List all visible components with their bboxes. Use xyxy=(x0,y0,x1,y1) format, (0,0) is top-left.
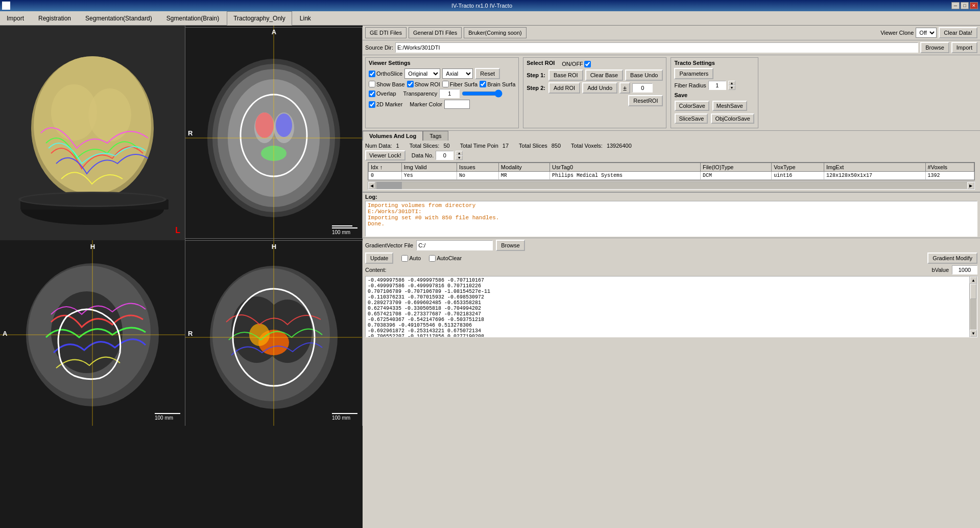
overlap-label[interactable]: Overlap xyxy=(369,90,396,97)
tab-link[interactable]: Link xyxy=(293,11,318,25)
data-no-up[interactable]: ▲ xyxy=(456,151,463,155)
gradient-modify-button[interactable]: Gradient Modify xyxy=(927,252,977,264)
col-modality[interactable]: Modality xyxy=(498,163,549,172)
roi-on-off-checkbox[interactable] xyxy=(584,61,591,67)
show-base-checkbox[interactable] xyxy=(369,81,375,87)
fiber-surface-checkbox[interactable] xyxy=(442,81,449,87)
ortho-slice-checkbox-label[interactable]: OrthoSlice xyxy=(369,71,402,77)
clear-base-button[interactable]: Clear Base xyxy=(585,70,623,81)
scroll-left-arrow[interactable]: ◀ xyxy=(368,182,375,189)
viewer-clone-select[interactable]: Off On xyxy=(916,28,937,38)
ge-dti-button[interactable]: GE DTI Files xyxy=(365,27,407,38)
bvalue-input[interactable] xyxy=(952,265,977,274)
show-roi-label[interactable]: Show ROI xyxy=(407,81,440,87)
col-issues[interactable]: Issues xyxy=(457,163,499,172)
total-slices2-label: Total Slices xyxy=(519,143,547,149)
close-button[interactable]: ✕ xyxy=(970,2,978,9)
brain-surface-checkbox[interactable] xyxy=(480,81,486,87)
mesh-save-button[interactable]: MeshSave xyxy=(712,101,747,111)
fiber-surface-label[interactable]: Fiber Surfa xyxy=(442,81,477,87)
auto-checkbox[interactable] xyxy=(401,255,408,262)
col-file-type[interactable]: File(IO)Type xyxy=(700,163,771,172)
col-usrtag0[interactable]: UsrTag0 xyxy=(550,163,701,172)
tab-segmentation-standard[interactable]: Segmentation(Standard) xyxy=(79,11,159,25)
tab-tags[interactable]: Tags xyxy=(423,131,448,141)
fiber-radius-input[interactable] xyxy=(708,81,726,90)
tab-registration[interactable]: Registration xyxy=(32,11,78,25)
col-idx[interactable]: Idx ↑ xyxy=(369,163,402,172)
plus-minus-button[interactable]: ± xyxy=(619,82,630,94)
table-h-scrollbar[interactable]: ◀ ▶ xyxy=(368,181,975,190)
scroll-track[interactable] xyxy=(375,182,967,189)
show-base-label[interactable]: Show Base xyxy=(369,81,405,87)
total-voxels-label: Total Voxels: xyxy=(571,143,603,149)
v-scrollbar[interactable]: ▲ ▼ xyxy=(969,276,977,337)
mode-select[interactable]: Original Enhanced Color xyxy=(404,68,440,79)
general-dti-button[interactable]: General DTI Files xyxy=(409,27,462,38)
data-table-scroll[interactable]: Idx ↑ Img Valid Issues Modality UsrTag0 … xyxy=(368,162,975,180)
roi-on-off-label[interactable]: ON/OFF xyxy=(562,61,591,67)
overlap-checkbox[interactable] xyxy=(369,90,375,97)
tab-segmentation-brain[interactable]: Sgmentation(Brain) xyxy=(160,11,226,25)
fiber-radius-up[interactable]: ▲ xyxy=(728,81,735,85)
add-roi-button[interactable]: Add ROI xyxy=(548,82,580,94)
fiber-radius-spinners: ▲ ▼ xyxy=(728,81,735,90)
col-img-ext[interactable]: ImgExt xyxy=(824,163,926,172)
tab-volumes-and-log[interactable]: Volumes And Log xyxy=(363,131,423,141)
scroll-right-arrow[interactable]: ▶ xyxy=(967,182,974,189)
update-button[interactable]: Update xyxy=(365,252,393,264)
base-undo-button[interactable]: Base Undo xyxy=(625,70,663,81)
transparency-slider[interactable] xyxy=(462,89,503,98)
tab-import[interactable]: Import xyxy=(0,11,31,25)
reset-button[interactable]: Reset xyxy=(475,68,500,79)
tab-tractography-only[interactable]: Tractography_Only xyxy=(227,11,292,26)
browse-button[interactable]: Browse xyxy=(920,42,949,53)
gradient-text-area[interactable]: -0.499997586 -0.499997586 -0.707110167 -… xyxy=(365,276,969,337)
parameters-button[interactable]: Parameters xyxy=(674,68,713,79)
viewer-lock-button[interactable]: Viewer Lock! xyxy=(365,150,405,160)
marker-color-swatch[interactable] xyxy=(444,100,470,109)
viewer-axial[interactable]: A R 100 mm xyxy=(185,26,363,240)
data-no-down[interactable]: ▼ xyxy=(456,155,463,160)
obj-color-save-button[interactable]: ObjColorSave xyxy=(711,113,754,124)
fiber-radius-down[interactable]: ▼ xyxy=(728,85,735,90)
gradient-browse-button[interactable]: Browse xyxy=(496,240,525,251)
data-no-input[interactable] xyxy=(436,151,453,160)
viewer-3d[interactable]: L xyxy=(0,26,185,240)
base-roi-button[interactable]: Base ROI xyxy=(548,70,583,81)
bruker-button[interactable]: Bruker(Coming soon) xyxy=(464,27,527,38)
autoclear-label[interactable]: AutoClear xyxy=(429,255,462,262)
scroll-thumb[interactable] xyxy=(970,284,976,299)
slice-save-button[interactable]: SliceSave xyxy=(675,113,708,124)
select-roi-group: Select ROI ON/OFF Step 1: Base ROI Clear… xyxy=(523,57,666,128)
roi-value-input[interactable] xyxy=(632,83,653,93)
col-voxels[interactable]: #Voxels xyxy=(925,163,974,172)
viewer-sagittal[interactable]: H A 100 mm xyxy=(0,240,185,426)
plane-select[interactable]: Axial Sagittal Coronal xyxy=(442,68,473,79)
viewer-coronal[interactable]: H R 100 mm xyxy=(185,240,363,426)
reset-roi-button[interactable]: ResetROI xyxy=(628,95,663,106)
source-dir-input[interactable] xyxy=(395,42,918,53)
ortho-slice-checkbox[interactable] xyxy=(369,71,375,77)
autoclear-checkbox[interactable] xyxy=(429,255,436,262)
marker-2d-label[interactable]: 2D Marker xyxy=(369,101,402,108)
import-button[interactable]: Import xyxy=(951,42,977,53)
brain-surface-label[interactable]: Brain Surfa xyxy=(480,81,515,87)
color-save-button[interactable]: ColorSave xyxy=(675,101,709,111)
gradient-file-input[interactable] xyxy=(416,240,493,250)
transparency-input[interactable] xyxy=(439,89,460,98)
scroll-down-arrow[interactable]: ▼ xyxy=(970,330,977,337)
col-vox-type[interactable]: VoxType xyxy=(772,163,824,172)
auto-label[interactable]: Auto xyxy=(401,255,421,262)
top-viewer-row: L xyxy=(0,26,363,240)
clear-data-button[interactable]: Clear Data! xyxy=(939,27,977,38)
marker-2d-checkbox[interactable] xyxy=(369,101,375,108)
maximize-button[interactable]: □ xyxy=(961,2,969,9)
col-img-valid[interactable]: Img Valid xyxy=(401,163,457,172)
table-row[interactable]: 0 Yes No MR Philips Medical Systems DCM … xyxy=(369,172,974,180)
scroll-up-arrow[interactable]: ▲ xyxy=(970,277,977,284)
minimize-button[interactable]: ─ xyxy=(951,2,960,9)
show-roi-checkbox[interactable] xyxy=(407,81,414,87)
add-undo-button[interactable]: Add Undo xyxy=(582,82,617,94)
total-slices-value: 50 xyxy=(443,143,449,149)
